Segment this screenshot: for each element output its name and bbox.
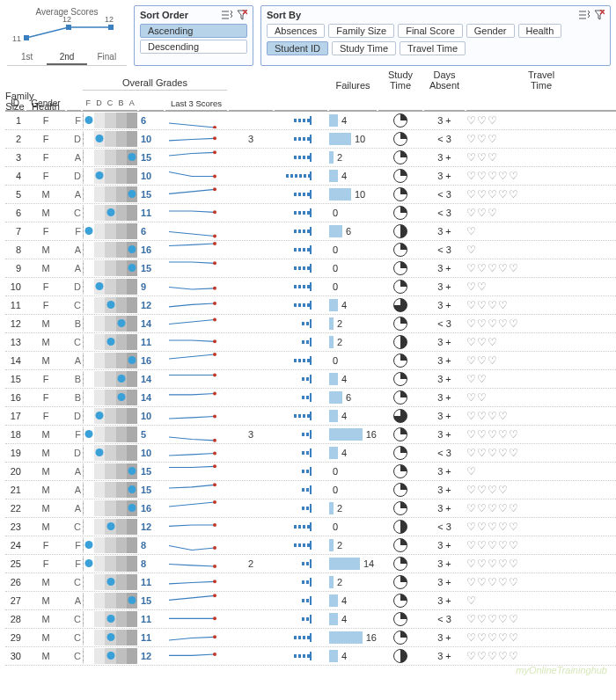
- cell-health: ♡♡♡♡♡: [466, 577, 616, 587]
- cell-id: 7: [5, 226, 25, 237]
- table-row[interactable]: 27MA1543 +♡: [5, 592, 616, 610]
- cell-health: ♡♡♡: [466, 134, 616, 144]
- svg-point-13: [213, 302, 216, 305]
- cell-grade-letter: F: [67, 558, 81, 569]
- table-row[interactable]: 23MC120< 3♡♡♡♡♡: [5, 518, 616, 536]
- cell-id: 28: [5, 614, 25, 624]
- cell-sparkline: [165, 537, 227, 553]
- cell-grade-bar: [83, 648, 137, 664]
- table-row[interactable]: 24FF823 +♡♡♡♡♡: [5, 536, 616, 555]
- table-row[interactable]: 3FA1523 +♡♡♡: [5, 149, 616, 167]
- cell-days-absent: 0: [329, 262, 377, 274]
- sort-by-study-time[interactable]: Study Time: [332, 41, 396, 55]
- cell-study-time: [275, 558, 327, 569]
- tab-2nd[interactable]: 2nd: [47, 50, 86, 65]
- cell-health: ♡♡: [466, 392, 616, 403]
- cell-health: ♡♡♡♡♡: [466, 263, 616, 273]
- cell-id: 21: [5, 485, 25, 495]
- table-row[interactable]: 4FD1043 +♡♡♡♡♡: [5, 167, 616, 186]
- table-row[interactable]: 21MA1503 +♡♡♡♡: [5, 481, 616, 499]
- svg-point-30: [213, 616, 216, 620]
- tab-1st[interactable]: 1st: [7, 50, 47, 65]
- multiselect-icon[interactable]: [578, 10, 590, 20]
- cell-days-absent: 4: [329, 650, 377, 662]
- table-row[interactable]: 13MC1123 +♡♡♡: [5, 333, 616, 352]
- cell-health: ♡♡♡♡♡: [466, 558, 616, 569]
- cell-grade-letter: C: [67, 632, 81, 643]
- col-last3[interactable]: Last 3 Scores: [165, 96, 227, 111]
- sort-order-descending[interactable]: Descending: [140, 40, 247, 54]
- table-row[interactable]: 2FD10310< 3♡♡♡: [5, 130, 616, 149]
- cell-grade-bar: [83, 371, 137, 387]
- table-row[interactable]: 16FB1463 +♡♡: [5, 389, 616, 407]
- cell-days-absent: 0: [329, 521, 377, 533]
- cell-gender: M: [26, 577, 65, 587]
- cell-gender: F: [26, 152, 65, 163]
- table-row[interactable]: 22MA1623 +♡♡♡♡♡: [5, 499, 616, 518]
- cell-family-size: < 3: [424, 134, 465, 144]
- avg-scores-chart: 11 12 12: [7, 18, 127, 45]
- cell-family-size: 3 +: [424, 263, 465, 273]
- cell-study-time: [275, 411, 327, 421]
- table-row[interactable]: 26MC1123 +♡♡♡♡♡: [5, 573, 616, 592]
- sort-by-gender[interactable]: Gender: [466, 24, 515, 38]
- cell-health: ♡: [466, 226, 616, 237]
- cell-health: ♡♡♡♡♡: [466, 521, 616, 532]
- col-gender[interactable]: Gender: [26, 96, 65, 111]
- cell-id: 10: [5, 281, 25, 292]
- table-row[interactable]: 10FD903 +♡♡: [5, 278, 616, 296]
- cell-days-absent: 2: [329, 336, 377, 348]
- col-id[interactable]: ID: [5, 96, 25, 111]
- sort-by-family-size[interactable]: Family Size: [328, 24, 394, 38]
- table-row[interactable]: 17FD1043 +♡♡♡♡: [5, 407, 616, 426]
- cell-days-absent: 2: [329, 151, 377, 164]
- table-row[interactable]: 19MD104< 3♡♡♡♡♡: [5, 444, 616, 463]
- cell-grade-letter: D: [67, 171, 81, 181]
- cell-id: 22: [5, 503, 25, 514]
- table-row[interactable]: 9MA1503 +♡♡♡♡♡: [5, 259, 616, 278]
- tab-final[interactable]: Final: [87, 50, 127, 65]
- table-row[interactable]: 28MC114< 3♡♡♡♡♡: [5, 610, 616, 629]
- table-row[interactable]: 25FF82143 +♡♡♡♡♡: [5, 555, 616, 573]
- table-row[interactable]: 1FF643 +♡♡♡: [5, 112, 616, 130]
- table-row[interactable]: 7FF663 +♡: [5, 222, 616, 241]
- multiselect-icon[interactable]: [221, 10, 233, 20]
- cell-grade-letter: D: [67, 134, 81, 144]
- sort-by-travel-time[interactable]: Travel Time: [400, 41, 466, 55]
- cell-score: 14: [139, 392, 164, 403]
- avg-pt-3: 12: [105, 15, 114, 24]
- table-row[interactable]: 30MC1243 +♡♡♡♡♡: [5, 647, 616, 666]
- cell-family-size: 3 +: [424, 595, 465, 606]
- cell-grade-bar: [83, 482, 137, 498]
- sort-by-student-id[interactable]: Student ID: [267, 41, 328, 55]
- table-row[interactable]: 18MF53163 +♡♡♡♡♡: [5, 426, 616, 444]
- sort-order-ascending[interactable]: Ascending: [140, 24, 247, 38]
- table-row[interactable]: 29MC11163 +♡♡♡♡♡: [5, 629, 616, 647]
- cell-score: 5: [139, 429, 164, 440]
- table-row[interactable]: 8MA160< 3♡: [5, 241, 616, 259]
- cell-sparkline: [165, 427, 227, 442]
- cell-family-size: 3 +: [424, 651, 465, 661]
- svg-point-14: [213, 318, 216, 322]
- table-row[interactable]: 20MA1503 +♡: [5, 463, 616, 481]
- table-row[interactable]: 6MC110< 3♡♡♡: [5, 204, 616, 222]
- cell-sparkline: [165, 260, 227, 276]
- table-row[interactable]: 12MB142< 3♡♡♡♡♡: [5, 315, 616, 333]
- table-row[interactable]: 5MA1510< 3♡♡♡♡♡: [5, 186, 616, 204]
- sort-by-absences[interactable]: Absences: [267, 24, 325, 38]
- cell-travel-time: [378, 224, 422, 238]
- clear-filter-icon[interactable]: [237, 10, 247, 20]
- table-row[interactable]: 15FB1443 +♡♡: [5, 370, 616, 389]
- svg-point-19: [213, 415, 216, 419]
- cell-study-time: [275, 503, 327, 514]
- sort-by-health[interactable]: Health: [518, 24, 562, 38]
- cell-health: ♡♡: [466, 281, 616, 292]
- table-row[interactable]: 14MA1603 +♡♡♡: [5, 352, 616, 370]
- sort-by-final-score[interactable]: Final Score: [398, 24, 463, 38]
- cell-grade-bar: [83, 186, 137, 202]
- cell-travel-time: [378, 335, 422, 349]
- table-row[interactable]: 11FC1243 +♡♡♡♡: [5, 296, 616, 315]
- clear-filter-icon[interactable]: [594, 10, 605, 20]
- grade-col-F: F: [83, 98, 93, 107]
- cell-health: ♡: [466, 466, 616, 477]
